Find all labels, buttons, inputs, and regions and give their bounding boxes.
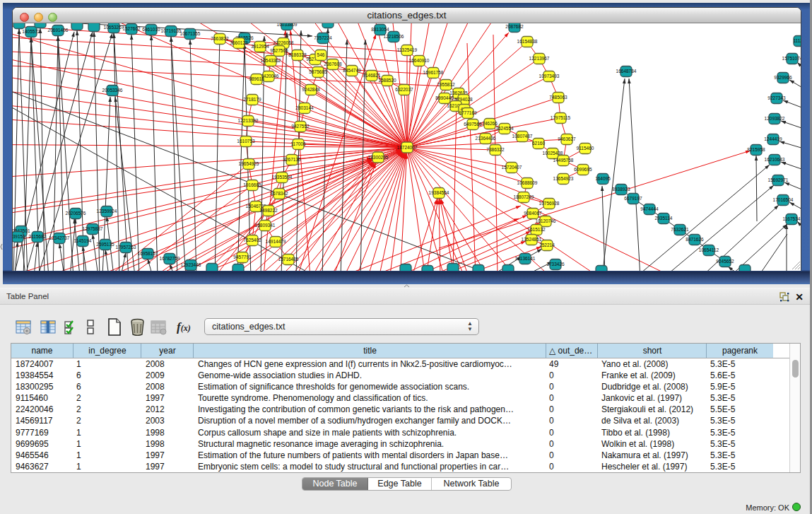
svg-text:20053346: 20053346 [102,88,123,93]
svg-text:10688609: 10688609 [517,180,538,185]
svg-text:8813054: 8813054 [371,27,389,32]
svg-text:17975115: 17975115 [551,115,571,120]
svg-text:546: 546 [317,52,325,57]
svg-text:117006: 117006 [290,141,306,146]
svg-text:10543362: 10543362 [261,58,281,63]
svg-text:6322037: 6322037 [395,87,413,92]
svg-text:9474444: 9474444 [640,206,659,211]
svg-text:14136141: 14136141 [515,256,536,261]
svg-text:8938923: 8938923 [612,187,630,192]
svg-text:1733426: 1733426 [546,262,565,267]
svg-text:5875685: 5875685 [309,69,327,74]
svg-text:3912954: 3912954 [251,44,269,49]
svg-text:12213382: 12213382 [238,118,259,123]
svg-text:9463627: 9463627 [558,136,576,141]
svg-text:16648784: 16648784 [616,69,637,74]
svg-text:16782759: 16782759 [160,256,180,261]
svg-text:9115460: 9115460 [577,146,594,151]
svg-text:989618: 989618 [249,76,264,81]
svg-text:10807487: 10807487 [512,134,533,139]
svg-text:9242848: 9242848 [302,87,320,92]
svg-text:3267130: 3267130 [283,157,301,162]
svg-text:7955812: 7955812 [437,82,455,87]
svg-text:1610753: 1610753 [237,139,255,144]
svg-text:16154838: 16154838 [517,39,538,44]
svg-text:1916685: 1916685 [243,182,261,187]
svg-text:8471626: 8471626 [686,237,704,242]
svg-text:15720407: 15720407 [502,165,522,170]
svg-text:1588520: 1588520 [378,78,396,83]
svg-text:8186328: 8186328 [288,52,307,57]
svg-text:8454749: 8454749 [343,68,361,73]
svg-text:9084067: 9084067 [524,211,542,216]
svg-text:17957253: 17957253 [116,245,136,250]
svg-text:164095: 164095 [595,176,611,181]
svg-text:7663822: 7663822 [211,36,229,41]
svg-text:12923448: 12923448 [181,262,201,267]
svg-text:16640910: 16640910 [409,58,430,63]
svg-text:18300295: 18300295 [368,155,389,160]
svg-text:11125: 11125 [793,38,801,43]
svg-text:9329966: 9329966 [774,75,792,80]
svg-text:10653267: 10653267 [104,25,124,30]
svg-text:14495758: 14495758 [553,158,574,163]
svg-text:746266: 746266 [482,121,498,126]
svg-text:12213967: 12213967 [529,56,550,61]
svg-text:18807249: 18807249 [514,194,534,199]
svg-text:2115682: 2115682 [29,234,47,239]
svg-text:12975887: 12975887 [83,226,103,231]
svg-text:9427552: 9427552 [291,124,310,129]
svg-text:7625402: 7625402 [243,238,261,243]
svg-text:9245652: 9245652 [716,259,734,264]
svg-text:1527602: 1527602 [122,26,141,31]
svg-text:939151: 939151 [13,234,25,239]
svg-text:9457791: 9457791 [233,255,252,259]
svg-text:6099695: 6099695 [574,167,592,172]
svg-text:7357224: 7357224 [314,35,332,40]
svg-text:12342737: 12342737 [49,235,70,240]
svg-text:9227343: 9227343 [767,95,786,100]
svg-text:23226058: 23226058 [273,40,294,45]
svg-text:2803144: 2803144 [295,105,314,110]
svg-text:3624554: 3624554 [495,126,514,131]
svg-text:17016504: 17016504 [773,197,794,202]
svg-text:9777169: 9777169 [459,110,477,115]
svg-text:8678342: 8678342 [270,191,288,196]
svg-text:2087682: 2087682 [505,24,524,29]
svg-text:10719135: 10719135 [161,28,182,33]
svg-text:6461010: 6461010 [142,27,160,32]
svg-text:15692971: 15692971 [768,177,789,182]
svg-text:2595135: 2595135 [96,242,114,247]
svg-text:16210643: 16210643 [765,157,785,162]
svg-text:1244419: 1244419 [764,136,782,141]
svg-text:20206576: 20206576 [66,211,86,216]
svg-text:9527505: 9527505 [270,48,288,53]
svg-text:1145194: 1145194 [74,238,92,243]
svg-text:10671355: 10671355 [180,31,201,36]
svg-text:9146821: 9146821 [363,73,381,78]
svg-text:16033809: 16033809 [277,23,298,27]
svg-text:8215958: 8215958 [747,147,765,152]
svg-text:19384554: 19384554 [429,190,449,195]
svg-text:10973493: 10973493 [539,74,560,78]
svg-text:2367608: 2367608 [324,62,342,66]
svg-text:3498222: 3498222 [259,208,278,213]
svg-text:1405572: 1405572 [22,29,40,34]
svg-text:15751074: 15751074 [782,56,801,61]
svg-text:18724007: 18724007 [397,145,418,150]
svg-text:15716485: 15716485 [278,257,299,262]
svg-text:6497568: 6497568 [464,122,482,127]
svg-text:10654112: 10654112 [699,247,719,252]
svg-text:1167534: 1167534 [783,216,801,221]
svg-text:2935114: 2935114 [655,216,673,221]
svg-text:19654925: 19654925 [239,161,259,166]
svg-text:16809341: 16809341 [255,223,276,228]
svg-text:1615132: 1615132 [527,227,546,232]
svg-text:16958157: 16958157 [138,251,158,256]
svg-text:7485063: 7485063 [549,95,567,100]
svg-text:20691406: 20691406 [48,28,69,33]
svg-text:62160: 62160 [532,141,545,146]
svg-text:10756928: 10756928 [539,201,560,206]
svg-text:12359924: 12359924 [97,209,117,214]
svg-text:11325419: 11325419 [397,47,418,52]
